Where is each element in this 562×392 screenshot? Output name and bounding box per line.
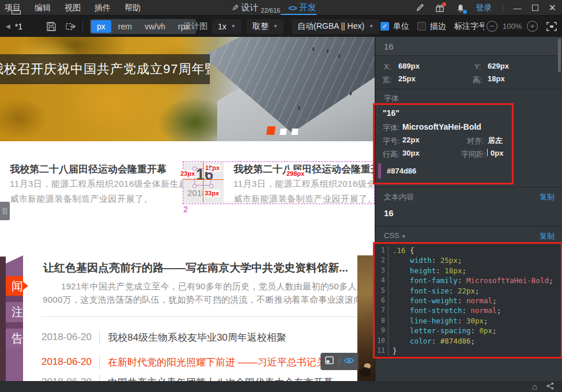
carousel-dot[interactable] xyxy=(291,129,299,135)
stroke-checkbox-label: 描边 xyxy=(430,21,446,32)
menu-item-1[interactable]: 编辑 xyxy=(35,3,51,13)
news-row-separator xyxy=(99,330,100,344)
zoom-in-button[interactable]: + xyxy=(527,16,538,37)
color-swatch[interactable] xyxy=(378,163,381,179)
menu-bar: 项目编辑视图插件帮助 xyxy=(5,0,141,16)
line-height-label: 行高: xyxy=(383,149,400,160)
y-label: Y: xyxy=(474,62,481,71)
tab-develop[interactable]: 开发 xyxy=(299,2,316,13)
minimize-button[interactable]: — xyxy=(514,3,522,13)
color-format-dropdown[interactable]: 自动(RGBA || Hex)▼ xyxy=(292,16,379,37)
css-code-line: 4 font-family: MicrosoftYaHei-Bold; xyxy=(375,276,561,285)
design-scale-group: 设计图 1x ▼ xyxy=(183,16,242,37)
design-scale-dropdown[interactable]: 1x ▼ xyxy=(212,19,242,34)
feature-paragraph-text: 9000万，这支浩浩荡荡的队伍，犹如势不可挡的洪流，不断推动着革命事业滚滚向..… xyxy=(43,295,370,304)
panel-view-button[interactable] xyxy=(325,356,334,367)
width-value: 25px xyxy=(398,74,416,83)
sidebar-tab-1[interactable]: 注 xyxy=(6,302,23,322)
news-row-separator xyxy=(99,375,100,381)
stroke-checkbox-group[interactable]: 描边 xyxy=(417,16,446,37)
news-row-title[interactable]: 在新时代党的阳光照耀下前进 ——习近平总书记关... xyxy=(108,356,334,369)
line-height-value: 30px xyxy=(402,149,420,157)
unit-option-rem[interactable]: rem xyxy=(112,20,138,33)
unit-option-vw-vh[interactable]: vw/vh xyxy=(139,20,171,33)
letter-spacing-value: 0px xyxy=(491,149,503,157)
rounding-dropdown[interactable]: 取整▼ xyxy=(247,16,284,37)
css-code-line: 1.16 { xyxy=(375,246,561,255)
fit-screen-button[interactable] xyxy=(546,16,557,37)
stroke-checkbox-unchecked[interactable] xyxy=(417,22,426,31)
design-canvas[interactable]: 我校召开庆祝中国共产党成立97周年暨表彰大会 我校第二十八届田径运动会隆重开幕 … xyxy=(0,37,375,381)
active-tab-arrow xyxy=(23,282,28,290)
css-code-line: 5 font-size: 22px; xyxy=(375,286,561,296)
bottom-bar: ⌂ xyxy=(0,381,562,392)
copy-text-button[interactable]: 复制 xyxy=(540,192,555,202)
measure-width-label: 23px xyxy=(179,170,196,178)
share-icon[interactable] xyxy=(546,382,554,392)
menu-item-2[interactable]: 视图 xyxy=(65,3,81,13)
news-title-left: 我校第二十八届田径运动会隆重开幕 xyxy=(10,163,167,176)
text-content-section-label: 文本内容 xyxy=(384,192,414,202)
selection-handle[interactable] xyxy=(193,167,197,171)
unit-checkbox-checked[interactable]: ✓ xyxy=(380,22,389,31)
login-button[interactable]: 登录 xyxy=(476,3,492,13)
css-code-line: 3 height: 18px; xyxy=(375,266,561,276)
feature-paragraph-line1: 1921年中国共产党成立至今，已有90多年的历史，党员人数由最初的50多人发展到… xyxy=(61,281,375,292)
floating-toolbar xyxy=(320,353,359,370)
sidebar-tab-2[interactable]: 告 xyxy=(6,329,23,348)
carousel-dot-active[interactable] xyxy=(266,126,276,135)
maximize-button[interactable] xyxy=(532,5,538,11)
back-arrow-icon[interactable]: ◀ xyxy=(6,23,10,29)
news-row-date: 2018-06-20 xyxy=(42,331,99,343)
close-button[interactable]: ✕ xyxy=(549,2,556,13)
sidebar-tab-0-active[interactable]: 闻 xyxy=(6,276,23,296)
sidebar-tab-label: 闻 xyxy=(12,278,23,294)
news-list-row-0[interactable]: 2018-06-20我校84级生物系校友毕业30周年返校相聚 xyxy=(42,330,370,345)
zoom-out-button[interactable]: − xyxy=(486,16,497,37)
news-list-row-2[interactable]: 2018-06-20中国共产主义青年团第十八次全国代表大会在京开幕 xyxy=(42,375,370,381)
css-code-block[interactable]: 1.16 {2 width: 25px;3 height: 18px;4 fon… xyxy=(375,244,561,357)
sidebar-background xyxy=(0,257,6,381)
toolbar: ◀ *1 pxremvw/vhrpx 设计图 1x ▼ 取整▼ 自动(RGBA … xyxy=(0,16,562,37)
sidebar-band xyxy=(6,296,23,302)
rounding-value: 取整 xyxy=(252,21,269,32)
home-icon[interactable]: ⌂ xyxy=(532,383,537,391)
chevron-down-icon[interactable]: ▼ xyxy=(401,234,406,239)
news-row-separator xyxy=(99,355,100,369)
news-row-title[interactable]: 中国共产主义青年团第十八次全国代表大会在京开幕 xyxy=(108,376,333,382)
left-panel-handle[interactable] xyxy=(0,202,10,220)
menu-item-3[interactable]: 插件 xyxy=(95,3,111,13)
floating-toolbar-divider xyxy=(339,357,340,365)
align-label: 对齐: xyxy=(467,136,484,146)
height-value: 18px xyxy=(488,74,505,83)
eye-button[interactable] xyxy=(344,356,354,367)
height-label: 高: xyxy=(473,75,482,85)
pencil-icon: ✎ xyxy=(232,3,239,13)
copy-css-button[interactable]: 复制 xyxy=(540,231,555,242)
save-button[interactable] xyxy=(46,16,56,37)
unit-checkbox-group[interactable]: ✓ 单位 xyxy=(380,16,409,37)
align-value: 居左 xyxy=(488,135,503,146)
selection-handle[interactable] xyxy=(209,167,213,171)
carousel-dot[interactable] xyxy=(280,129,287,135)
banner-headline-strip: 我校召开庆祝中国共产党成立97周年暨表彰大会 xyxy=(0,54,210,84)
unit-option-px[interactable]: px xyxy=(91,20,111,33)
bell-icon[interactable] xyxy=(455,3,466,13)
css-code-line: 11} xyxy=(375,346,561,356)
panel-scrollbar[interactable] xyxy=(558,39,561,72)
menu-item-4[interactable]: 帮助 xyxy=(125,3,141,13)
selection-handle[interactable] xyxy=(193,184,197,188)
tab-design[interactable]: 设计 xyxy=(242,2,259,13)
chevron-down-icon: ▼ xyxy=(273,24,278,29)
feature-article-title[interactable]: 让红色基因点亮前行的路——写在南京大学中共党史资料馆新... xyxy=(43,261,348,276)
measure-right-label: 298px xyxy=(285,170,305,178)
news-row-date: 2018-06-20 xyxy=(42,356,99,368)
selection-handle[interactable] xyxy=(209,184,213,188)
artboard-tab[interactable]: ◀ *1 xyxy=(6,16,22,37)
unit-segments: pxremvw/vhrpx xyxy=(90,16,196,37)
brush-icon[interactable] xyxy=(414,3,424,13)
gift-icon[interactable] xyxy=(435,3,445,13)
export-button[interactable] xyxy=(65,16,77,37)
news-row-title[interactable]: 我校84级生物系校友毕业30周年返校相聚 xyxy=(108,331,286,344)
unit-checkbox-label: 单位 xyxy=(393,21,409,32)
